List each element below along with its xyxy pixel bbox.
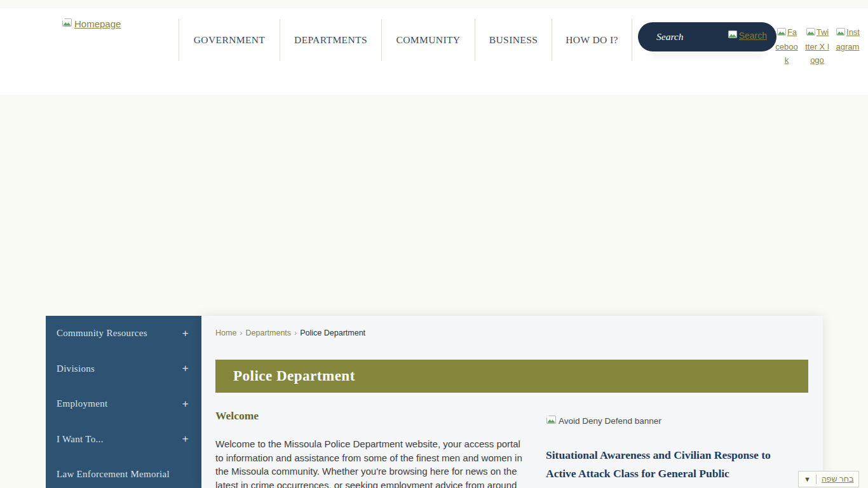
- facebook-link[interactable]: Facebook: [775, 25, 799, 67]
- sidebar-item-community-resources[interactable]: Community Resources +: [46, 316, 201, 351]
- image-alt-text: Avoid Deny Defend banner: [559, 416, 661, 426]
- sidebar-item-label: Law Enforcement Memorial: [57, 469, 170, 480]
- broken-image-icon: [728, 30, 738, 41]
- expand-plus-icon[interactable]: +: [182, 433, 189, 445]
- sidebar-item-label: Divisions: [57, 363, 95, 374]
- left-sidebar-menu: Community Resources + Divisions + Employ…: [46, 316, 201, 488]
- nav-item-how-do-i[interactable]: HOW DO I?: [552, 19, 632, 61]
- breadcrumb-departments-link[interactable]: Departments: [246, 329, 292, 337]
- site-header: Homepage GOVERNMENT DEPARTMENTS COMMUNIT…: [0, 8, 868, 95]
- breadcrumb-separator: ›: [294, 329, 297, 337]
- sidebar-item-label: Employment: [57, 398, 108, 409]
- dropdown-arrow-icon: ▼: [804, 475, 811, 483]
- main-content-panel: Home›Departments›Police Department Polic…: [201, 316, 823, 488]
- welcome-paragraph: Welcome to the Missoula Police Departmen…: [215, 437, 529, 488]
- twitter-x-icon: [806, 27, 816, 40]
- sidebar-item-label: Community Resources: [57, 328, 147, 339]
- breadcrumb-separator: ›: [240, 329, 242, 337]
- expand-plus-icon[interactable]: +: [182, 362, 189, 375]
- nav-item-departments[interactable]: DEPARTMENTS: [280, 19, 381, 61]
- news-headline-link[interactable]: Situational Awareness and Civilian Respo…: [546, 446, 800, 483]
- expand-plus-icon[interactable]: +: [182, 398, 189, 410]
- sidebar-item-i-want-to[interactable]: I Want To... +: [46, 422, 201, 458]
- facebook-icon: [776, 27, 787, 40]
- social-links: Facebook Twitter X logo Instagram: [775, 25, 860, 67]
- sidebar-item-divisions[interactable]: Divisions +: [46, 351, 201, 387]
- nav-item-community[interactable]: COMMUNITY: [381, 19, 475, 61]
- search-bar: Search: [638, 22, 776, 51]
- nav-item-business[interactable]: BUSINESS: [475, 19, 552, 61]
- search-input[interactable]: [655, 30, 721, 43]
- twitter-x-link[interactable]: Twitter X logo: [805, 25, 829, 67]
- homepage-logo-link[interactable]: Homepage: [62, 18, 121, 29]
- sidebar-item-law-enforcement-memorial[interactable]: Law Enforcement Memorial: [46, 457, 201, 488]
- page-title-banner: Police Department: [215, 360, 808, 393]
- welcome-heading: Welcome: [215, 409, 259, 423]
- sidebar-item-employment[interactable]: Employment +: [46, 386, 201, 422]
- nav-item-government[interactable]: GOVERNMENT: [179, 19, 280, 61]
- breadcrumb-home-link[interactable]: Home: [215, 329, 236, 337]
- divider: [816, 475, 817, 484]
- homepage-logo-alt-text: Homepage: [74, 18, 121, 29]
- select-language-link[interactable]: בחר שפה: [822, 475, 854, 484]
- instagram-link[interactable]: Instagram: [836, 25, 860, 67]
- instagram-icon: [836, 27, 846, 40]
- main-navigation: GOVERNMENT DEPARTMENTS COMMUNITY BUSINES…: [179, 19, 632, 61]
- breadcrumb: Home›Departments›Police Department: [215, 329, 365, 337]
- avoid-deny-defend-banner-image: Avoid Deny Defend banner: [546, 415, 661, 426]
- search-submit-link[interactable]: Search: [728, 30, 767, 41]
- search-submit-alt-text: Search: [739, 30, 767, 41]
- broken-image-icon: [546, 415, 557, 426]
- sidebar-item-label: I Want To...: [57, 434, 104, 445]
- expand-plus-icon[interactable]: +: [182, 327, 189, 340]
- breadcrumb-current-page: Police Department: [300, 329, 365, 337]
- broken-image-icon: [62, 18, 72, 29]
- language-select-widget[interactable]: ▼ בחר שפה: [798, 471, 859, 487]
- page-title: Police Department: [233, 368, 355, 384]
